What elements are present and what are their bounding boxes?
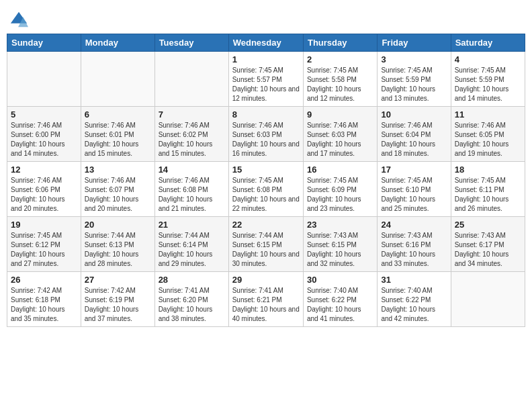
calendar-cell: 6Sunrise: 7:46 AM Sunset: 6:01 PM Daylig… <box>81 107 154 162</box>
calendar-cell: 29Sunrise: 7:41 AM Sunset: 6:21 PM Dayli… <box>228 272 303 327</box>
day-info: Sunrise: 7:45 AM Sunset: 5:58 PM Dayligh… <box>307 66 373 103</box>
day-info: Sunrise: 7:41 AM Sunset: 6:20 PM Dayligh… <box>159 286 225 324</box>
day-number: 16 <box>307 165 373 175</box>
day-info: Sunrise: 7:45 AM Sunset: 6:09 PM Dayligh… <box>307 176 373 214</box>
calendar-cell <box>7 52 81 107</box>
calendar-cell: 23Sunrise: 7:43 AM Sunset: 6:15 PM Dayli… <box>303 217 377 272</box>
calendar-cell: 5Sunrise: 7:46 AM Sunset: 6:00 PM Daylig… <box>7 107 81 162</box>
weekday-header-thursday: Thursday <box>303 34 377 52</box>
calendar-cell: 4Sunrise: 7:45 AM Sunset: 5:59 PM Daylig… <box>451 52 525 107</box>
calendar-cell: 28Sunrise: 7:41 AM Sunset: 6:20 PM Dayli… <box>154 272 228 327</box>
weekday-header-tuesday: Tuesday <box>154 34 228 52</box>
day-info: Sunrise: 7:45 AM Sunset: 5:59 PM Dayligh… <box>381 66 447 103</box>
logo <box>9 9 30 28</box>
day-number: 8 <box>232 109 300 120</box>
calendar-cell: 27Sunrise: 7:42 AM Sunset: 6:19 PM Dayli… <box>81 272 154 327</box>
day-info: Sunrise: 7:43 AM Sunset: 6:16 PM Dayligh… <box>381 231 447 269</box>
logo-icon <box>9 11 28 30</box>
calendar-cell: 11Sunrise: 7:46 AM Sunset: 6:05 PM Dayli… <box>451 107 525 162</box>
day-number: 3 <box>381 54 447 64</box>
day-number: 5 <box>11 109 77 120</box>
day-info: Sunrise: 7:43 AM Sunset: 6:17 PM Dayligh… <box>455 231 521 269</box>
calendar-cell: 10Sunrise: 7:46 AM Sunset: 6:04 PM Dayli… <box>378 107 451 162</box>
day-info: Sunrise: 7:46 AM Sunset: 6:05 PM Dayligh… <box>455 121 521 158</box>
day-number: 28 <box>159 275 225 285</box>
day-info: Sunrise: 7:44 AM Sunset: 6:13 PM Dayligh… <box>85 231 151 269</box>
day-info: Sunrise: 7:43 AM Sunset: 6:15 PM Dayligh… <box>307 231 373 269</box>
calendar-cell: 20Sunrise: 7:44 AM Sunset: 6:13 PM Dayli… <box>81 217 154 272</box>
calendar-cell: 24Sunrise: 7:43 AM Sunset: 6:16 PM Dayli… <box>378 217 451 272</box>
day-number: 21 <box>159 220 225 230</box>
calendar-cell: 18Sunrise: 7:45 AM Sunset: 6:11 PM Dayli… <box>451 162 525 217</box>
calendar-cell: 8Sunrise: 7:46 AM Sunset: 6:03 PM Daylig… <box>228 107 303 162</box>
day-number: 19 <box>11 220 77 230</box>
page-header <box>7 7 525 28</box>
day-info: Sunrise: 7:44 AM Sunset: 6:14 PM Dayligh… <box>159 231 225 269</box>
day-info: Sunrise: 7:45 AM Sunset: 5:57 PM Dayligh… <box>232 66 300 103</box>
day-info: Sunrise: 7:46 AM Sunset: 6:03 PM Dayligh… <box>307 121 373 158</box>
day-info: Sunrise: 7:46 AM Sunset: 6:03 PM Dayligh… <box>232 121 300 158</box>
day-number: 10 <box>381 109 447 120</box>
calendar-cell: 17Sunrise: 7:45 AM Sunset: 6:10 PM Dayli… <box>378 162 451 217</box>
calendar-cell: 12Sunrise: 7:46 AM Sunset: 6:06 PM Dayli… <box>7 162 81 217</box>
calendar-cell: 14Sunrise: 7:46 AM Sunset: 6:08 PM Dayli… <box>154 162 228 217</box>
day-number: 9 <box>307 109 373 120</box>
calendar-cell: 22Sunrise: 7:44 AM Sunset: 6:15 PM Dayli… <box>228 217 303 272</box>
day-number: 12 <box>11 165 77 175</box>
day-number: 27 <box>85 275 151 285</box>
day-number: 1 <box>232 54 300 64</box>
calendar-cell <box>154 52 228 107</box>
calendar-cell <box>81 52 154 107</box>
day-number: 4 <box>455 54 521 64</box>
calendar-cell: 3Sunrise: 7:45 AM Sunset: 5:59 PM Daylig… <box>378 52 451 107</box>
day-number: 30 <box>307 275 373 285</box>
calendar-week-row: 26Sunrise: 7:42 AM Sunset: 6:18 PM Dayli… <box>7 272 525 327</box>
calendar-week-row: 1Sunrise: 7:45 AM Sunset: 5:57 PM Daylig… <box>7 52 525 107</box>
calendar-week-row: 5Sunrise: 7:46 AM Sunset: 6:00 PM Daylig… <box>7 107 525 162</box>
day-info: Sunrise: 7:46 AM Sunset: 6:01 PM Dayligh… <box>85 121 151 158</box>
day-number: 7 <box>159 109 225 120</box>
day-info: Sunrise: 7:46 AM Sunset: 6:08 PM Dayligh… <box>159 176 225 214</box>
day-info: Sunrise: 7:45 AM Sunset: 6:11 PM Dayligh… <box>455 176 521 214</box>
day-info: Sunrise: 7:40 AM Sunset: 6:22 PM Dayligh… <box>307 286 373 324</box>
day-info: Sunrise: 7:42 AM Sunset: 6:18 PM Dayligh… <box>11 286 77 324</box>
day-number: 24 <box>381 220 447 230</box>
day-number: 2 <box>307 54 373 64</box>
day-info: Sunrise: 7:44 AM Sunset: 6:15 PM Dayligh… <box>232 231 300 269</box>
calendar-cell: 13Sunrise: 7:46 AM Sunset: 6:07 PM Dayli… <box>81 162 154 217</box>
day-info: Sunrise: 7:46 AM Sunset: 6:00 PM Dayligh… <box>11 121 77 158</box>
day-number: 26 <box>11 275 77 285</box>
weekday-header-monday: Monday <box>81 34 154 52</box>
day-number: 29 <box>232 275 300 285</box>
weekday-header-friday: Friday <box>378 34 451 52</box>
calendar-cell: 21Sunrise: 7:44 AM Sunset: 6:14 PM Dayli… <box>154 217 228 272</box>
calendar-cell: 30Sunrise: 7:40 AM Sunset: 6:22 PM Dayli… <box>303 272 377 327</box>
day-info: Sunrise: 7:45 AM Sunset: 6:10 PM Dayligh… <box>381 176 447 214</box>
weekday-header-sunday: Sunday <box>7 34 81 52</box>
day-number: 13 <box>85 165 151 175</box>
weekday-header-row: SundayMondayTuesdayWednesdayThursdayFrid… <box>7 34 525 52</box>
calendar-cell: 31Sunrise: 7:40 AM Sunset: 6:22 PM Dayli… <box>378 272 451 327</box>
day-info: Sunrise: 7:45 AM Sunset: 6:08 PM Dayligh… <box>232 176 300 214</box>
day-number: 15 <box>232 165 300 175</box>
calendar-cell: 1Sunrise: 7:45 AM Sunset: 5:57 PM Daylig… <box>228 52 303 107</box>
day-info: Sunrise: 7:46 AM Sunset: 6:02 PM Dayligh… <box>159 121 225 158</box>
weekday-header-saturday: Saturday <box>451 34 525 52</box>
day-info: Sunrise: 7:45 AM Sunset: 6:12 PM Dayligh… <box>11 231 77 269</box>
day-info: Sunrise: 7:46 AM Sunset: 6:06 PM Dayligh… <box>11 176 77 214</box>
weekday-header-wednesday: Wednesday <box>228 34 303 52</box>
calendar-cell: 16Sunrise: 7:45 AM Sunset: 6:09 PM Dayli… <box>303 162 377 217</box>
day-number: 18 <box>455 165 521 175</box>
day-number: 11 <box>455 109 521 120</box>
calendar-week-row: 12Sunrise: 7:46 AM Sunset: 6:06 PM Dayli… <box>7 162 525 217</box>
calendar-cell: 7Sunrise: 7:46 AM Sunset: 6:02 PM Daylig… <box>154 107 228 162</box>
calendar-cell: 9Sunrise: 7:46 AM Sunset: 6:03 PM Daylig… <box>303 107 377 162</box>
day-number: 20 <box>85 220 151 230</box>
day-info: Sunrise: 7:42 AM Sunset: 6:19 PM Dayligh… <box>85 286 151 324</box>
calendar-cell: 25Sunrise: 7:43 AM Sunset: 6:17 PM Dayli… <box>451 217 525 272</box>
calendar-cell: 2Sunrise: 7:45 AM Sunset: 5:58 PM Daylig… <box>303 52 377 107</box>
day-number: 17 <box>381 165 447 175</box>
day-number: 25 <box>455 220 521 230</box>
day-number: 14 <box>159 165 225 175</box>
calendar-cell: 26Sunrise: 7:42 AM Sunset: 6:18 PM Dayli… <box>7 272 81 327</box>
